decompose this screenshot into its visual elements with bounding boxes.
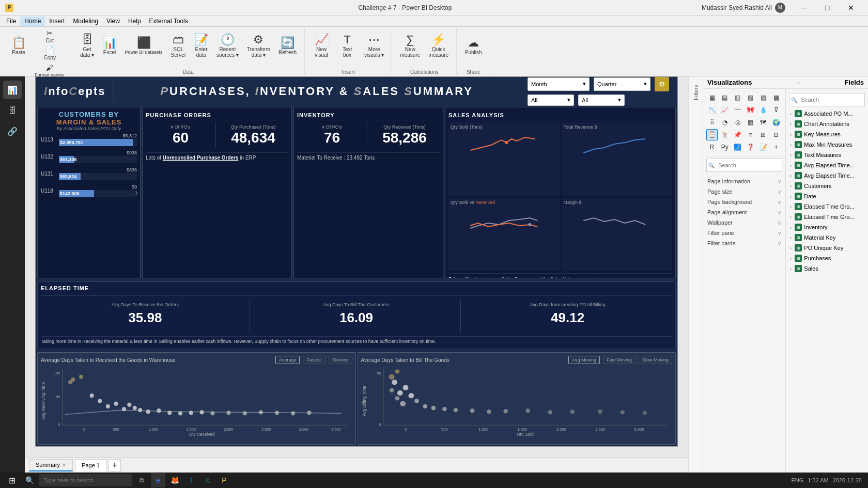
close-button[interactable]: ✕ xyxy=(839,0,863,15)
field-item-12[interactable]: › ⊞ Material Key xyxy=(788,232,866,243)
viz-kpi[interactable]: 📌 xyxy=(732,129,743,140)
ribbon-excel-button[interactable]: 📊 Excel xyxy=(99,28,120,64)
taskbar-firefox[interactable]: 🦊 xyxy=(167,473,182,487)
menu-modeling[interactable]: Modeling xyxy=(69,17,102,26)
ribbon-enterdata-button[interactable]: 📝 Enterdata xyxy=(191,28,212,64)
menu-home[interactable]: Home xyxy=(20,17,45,26)
page-tab-page1[interactable]: Page 1 xyxy=(75,459,106,471)
ribbon-morevisuals-button[interactable]: ⋯ Morevisuals ▾ xyxy=(361,28,388,64)
viz-custom[interactable]: + xyxy=(770,141,782,153)
viz-line-stacked[interactable]: 〰 xyxy=(732,104,743,116)
viz-smart-narrative[interactable]: 📝 xyxy=(757,141,769,153)
ribbon-publish-button[interactable]: ☁ Publish xyxy=(461,28,486,64)
viz-table[interactable]: ⊞ xyxy=(757,129,769,140)
viz-donut[interactable]: ◎ xyxy=(732,117,743,128)
maximize-button[interactable]: □ xyxy=(815,0,839,15)
legend-fastest[interactable]: Fastest xyxy=(303,356,326,364)
viz-map[interactable]: 🗺 xyxy=(757,117,769,128)
viz-stacked-col-100[interactable]: ▩ xyxy=(770,92,782,103)
ribbon-powerbi-datasets-button[interactable]: ⬛ Power BI datasets xyxy=(121,28,166,64)
menu-external-tools[interactable]: External Tools xyxy=(145,17,192,26)
viz-search-input[interactable] xyxy=(706,159,782,172)
ribbon-transform-button[interactable]: ⚙ Transformdata ▾ xyxy=(243,28,274,64)
ribbon-refresh-button[interactable]: 🔄 Refresh xyxy=(275,28,300,64)
filter-wallpaper[interactable]: Wallpaper ∨ xyxy=(706,217,782,228)
ribbon-copy-button[interactable]: 📄Copy xyxy=(32,45,68,61)
ribbon-cut-button[interactable]: ✂Cut xyxy=(32,28,68,44)
menu-view[interactable]: View xyxy=(102,17,124,26)
field-item-1[interactable]: › ⊞ Chart Annotations xyxy=(788,119,866,129)
field-item-5[interactable]: › ⊞ Avg Elapsed Time... xyxy=(788,160,866,170)
viz-area[interactable]: 📈 xyxy=(719,104,731,116)
visualizations-tab[interactable]: Visualizations xyxy=(707,78,752,86)
legend-slowest[interactable]: Slowest xyxy=(329,356,352,364)
viz-stacked-bar[interactable]: ▦ xyxy=(706,92,718,103)
viz-stacked-bar-100[interactable]: ▥ xyxy=(732,92,743,103)
field-item-0[interactable]: › ⊞ Associated PO M... xyxy=(788,108,866,119)
field-item-8[interactable]: › ⊞ Date xyxy=(788,191,866,201)
viz-card[interactable]: 🃏 xyxy=(719,129,731,140)
filter-filter-pane[interactable]: Filter pane ∨ xyxy=(706,228,782,238)
filter-page-background[interactable]: Page background ∨ xyxy=(706,197,782,207)
viz-ribbon[interactable]: 🎀 xyxy=(745,104,756,116)
customers-nav-arrow[interactable]: › xyxy=(135,188,138,197)
fields-search-input[interactable] xyxy=(789,93,865,106)
sidebar-data-icon[interactable]: 🗄 xyxy=(3,101,22,120)
field-item-10[interactable]: › ⊞ Elapsed Time Gro... xyxy=(788,212,866,222)
sidebar-report-icon[interactable]: 📊 xyxy=(3,81,22,99)
filter-filter-cards[interactable]: Filter cards ∨ xyxy=(706,238,782,248)
filter-page-information[interactable]: Page information ∨ xyxy=(706,176,782,186)
viz-line[interactable]: 📉 xyxy=(706,104,718,116)
taskbar-search-input[interactable] xyxy=(39,474,132,486)
quarter-dropdown[interactable]: Quarter ▾ xyxy=(594,77,650,91)
viz-arcgis[interactable]: 🗾 xyxy=(732,141,743,153)
field-item-15[interactable]: › ⊞ Sales xyxy=(788,263,866,274)
taskbar-powerbi[interactable]: P xyxy=(217,473,231,487)
legend-avg-moving[interactable]: Avg Moving xyxy=(568,356,600,364)
ribbon-sql-button[interactable]: 🗃 SQLServer xyxy=(167,28,190,64)
ribbon-newvisual-button[interactable]: 📈 Newvisual xyxy=(309,28,334,64)
ribbon-quickmeasure-button[interactable]: ⚡ Quickmeasure xyxy=(425,28,452,64)
viz-clustered-bar[interactable]: ▤ xyxy=(719,92,731,103)
field-item-11[interactable]: › ⊞ Inventory xyxy=(788,222,866,232)
viz-treemap[interactable]: ▦ xyxy=(745,117,756,128)
page-tab-summary[interactable]: Summary ✕ xyxy=(29,459,73,471)
month-dropdown[interactable]: Month ▾ xyxy=(528,77,590,91)
viz-stacked-col[interactable]: ▧ xyxy=(745,92,756,103)
viz-waterfall[interactable]: 💧 xyxy=(757,104,769,116)
ribbon-textbox-button[interactable]: T Textbox xyxy=(335,28,360,64)
viz-py-visual[interactable]: Py xyxy=(719,141,731,153)
search-taskbar-button[interactable]: 🔍 xyxy=(22,474,37,486)
viz-slicer[interactable]: ≡ xyxy=(745,129,756,140)
taskbar-edge[interactable]: e xyxy=(151,473,165,487)
viz-filled-map[interactable]: 🌍 xyxy=(770,117,782,128)
legend-average[interactable]: Average xyxy=(275,356,300,364)
menu-insert[interactable]: Insert xyxy=(45,17,69,26)
viz-pie[interactable]: ◔ xyxy=(719,117,731,128)
menu-help[interactable]: Help xyxy=(124,17,145,26)
legend-fast-moving[interactable]: Fast Moving xyxy=(603,356,636,364)
filter-settings-button[interactable]: ⚙ xyxy=(655,77,669,91)
taskbar-teams[interactable]: T xyxy=(184,473,198,487)
field-item-14[interactable]: › ⊞ Purchases xyxy=(788,253,866,263)
ribbon-newmeasure-button[interactable]: ∑ Newmeasure xyxy=(396,28,424,64)
close-summary-tab[interactable]: ✕ xyxy=(62,462,66,468)
legend-slow-moving[interactable]: Slow Moving xyxy=(639,356,672,364)
taskbar-excel[interactable]: X xyxy=(200,473,215,487)
field-item-6[interactable]: › ⊞ Avg Elapsed Time... xyxy=(788,170,866,181)
menu-file[interactable]: File xyxy=(2,17,20,26)
viz-r-visual[interactable]: R xyxy=(706,141,718,153)
field-item-13[interactable]: › ⊞ PO Unique Key xyxy=(788,243,866,253)
field-item-3[interactable]: › ⊞ Max Min Measures xyxy=(788,139,866,150)
sidebar-model-icon[interactable]: 🔗 xyxy=(3,122,22,140)
add-page-button[interactable]: + xyxy=(109,459,121,471)
ribbon-getdata-button[interactable]: 🗄 Getdata ▾ xyxy=(76,28,98,64)
month-value-dropdown[interactable]: All ▾ xyxy=(528,95,574,106)
ribbon-recentsources-button[interactable]: 🕐 Recentsources ▾ xyxy=(213,28,242,64)
viz-matrix[interactable]: ⊟ xyxy=(770,129,782,140)
viz-scatter[interactable]: ⠿ xyxy=(706,117,718,128)
quarter-value-dropdown[interactable]: All ▾ xyxy=(578,95,625,106)
minimize-button[interactable]: ─ xyxy=(792,0,815,15)
field-item-4[interactable]: › ⊞ Text Measures xyxy=(788,150,866,160)
viz-qna[interactable]: ❓ xyxy=(745,141,756,153)
